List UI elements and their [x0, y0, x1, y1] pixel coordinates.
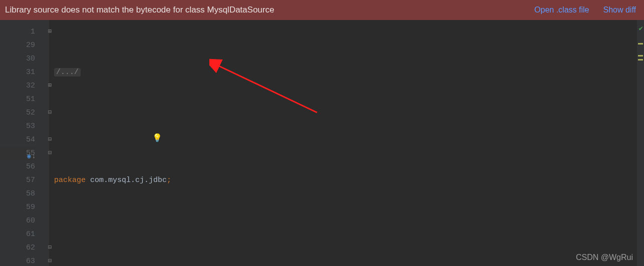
line-number: 51 [0, 92, 35, 106]
inspection-ok-icon[interactable]: ✔ [639, 22, 643, 36]
open-class-file-link[interactable]: Open .class file [534, 6, 589, 14]
line-number: 58 [0, 187, 35, 200]
error-stripe: ✔ [637, 20, 644, 266]
line-number: 1 [0, 25, 35, 38]
code-area[interactable]: /.../ package com.mysql.cj.jdbc; import … [49, 20, 644, 266]
code-editor[interactable]: 1 29 30 31 32 51 52 53 54 ◉ ↓ 55 56 57 5… [0, 20, 644, 266]
line-number: 56 [0, 160, 35, 174]
banner-message: Library source does not match the byteco… [5, 5, 520, 15]
line-number: 57 [0, 174, 35, 187]
stripe-mark[interactable] [638, 43, 643, 44]
line-number: 52 [0, 106, 35, 120]
line-number: 31 [0, 66, 35, 79]
line-number: 63 [0, 254, 35, 266]
line-number: 53 [0, 120, 35, 133]
line-number: ◉ ↓ 55 [0, 146, 35, 160]
watermark: CSDN @WgRui [576, 250, 633, 264]
line-number: 61 [0, 228, 35, 241]
stripe-mark[interactable] [638, 55, 643, 56]
folded-region[interactable]: /.../ [54, 68, 81, 76]
line-gutter: 1 29 30 31 32 51 52 53 54 ◉ ↓ 55 56 57 5… [0, 20, 49, 266]
line-number: 54 [0, 133, 35, 146]
intention-bulb-icon[interactable]: 💡 [152, 132, 162, 146]
package-statement: package com.mysql.cj.jdbc; [54, 174, 644, 187]
line-number: 32 [0, 79, 35, 92]
notification-banner: Library source does not match the byteco… [0, 0, 644, 20]
stripe-mark[interactable] [638, 59, 643, 60]
line-number: 62 [0, 241, 35, 254]
line-number: 60 [0, 214, 35, 228]
line-number: 29 [0, 38, 35, 52]
show-diff-link[interactable]: Show diff [603, 6, 636, 14]
line-number: 59 [0, 200, 35, 214]
line-number: 30 [0, 52, 35, 66]
